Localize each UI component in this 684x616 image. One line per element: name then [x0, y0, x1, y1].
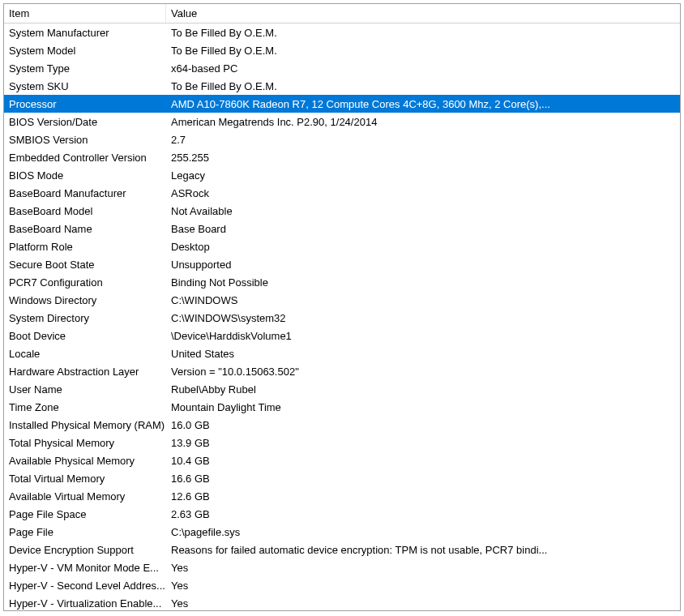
row-value-label: United States	[166, 344, 680, 362]
row-value-label: ASRock	[166, 184, 680, 202]
row-item-label: Hyper-V - VM Monitor Mode E...	[4, 558, 166, 576]
row-value-label: Unsupported	[166, 255, 680, 273]
table-row[interactable]: BaseBoard ModelNot Available	[4, 202, 680, 220]
row-item-label: System Directory	[4, 309, 166, 327]
row-value-label: Legacy	[166, 166, 680, 184]
row-value-label: To Be Filled By O.E.M.	[166, 41, 680, 59]
row-value-label: \Device\HarddiskVolume1	[166, 327, 680, 344]
table-row[interactable]: Installed Physical Memory (RAM)16.0 GB	[4, 416, 680, 434]
table-row[interactable]: System ModelTo Be Filled By O.E.M.	[4, 41, 680, 59]
row-item-label: Windows Directory	[4, 291, 166, 309]
row-value-label: Yes	[166, 576, 680, 594]
table-row[interactable]: System DirectoryC:\WINDOWS\system32	[4, 309, 680, 327]
row-value-label: American Megatrends Inc. P2.90, 1/24/201…	[166, 113, 680, 130]
table-row[interactable]: BIOS ModeLegacy	[4, 166, 680, 184]
row-item-label: System Type	[4, 59, 166, 77]
table-row[interactable]: Page FileC:\pagefile.sys	[4, 523, 680, 541]
row-value-label: C:\WINDOWS\system32	[166, 309, 680, 327]
row-value-label: Rubel\Abby Rubel	[166, 380, 680, 398]
row-item-label: BaseBoard Model	[4, 202, 166, 220]
table-row[interactable]: LocaleUnited States	[4, 344, 680, 362]
table-row[interactable]: System SKUTo Be Filled By O.E.M.	[4, 77, 680, 95]
row-item-label: System SKU	[4, 77, 166, 95]
table-row[interactable]: BaseBoard ManufacturerASRock	[4, 184, 680, 202]
table-row[interactable]: ProcessorAMD A10-7860K Radeon R7, 12 Com…	[4, 95, 680, 113]
row-item-label: Hyper-V - Second Level Addres...	[4, 576, 166, 594]
row-value-label: To Be Filled By O.E.M.	[166, 77, 680, 95]
table-row[interactable]: Hyper-V - Second Level Addres...Yes	[4, 576, 680, 594]
row-item-label: Processor	[4, 95, 166, 113]
table-row[interactable]: Time ZoneMountain Daylight Time	[4, 398, 680, 416]
row-item-label: Available Virtual Memory	[4, 487, 166, 505]
row-value-label: Base Board	[166, 220, 680, 237]
table-row[interactable]: System ManufacturerTo Be Filled By O.E.M…	[4, 24, 680, 41]
row-value-label: Mountain Daylight Time	[166, 398, 680, 416]
row-value-label: AMD A10-7860K Radeon R7, 12 Compute Core…	[166, 95, 680, 113]
row-value-label: Version = "10.0.15063.502"	[166, 362, 680, 380]
column-header-item[interactable]: Item	[4, 4, 166, 23]
row-item-label: BIOS Version/Date	[4, 113, 166, 130]
table-row[interactable]: User NameRubel\Abby Rubel	[4, 380, 680, 398]
table-row[interactable]: Platform RoleDesktop	[4, 237, 680, 255]
table-row[interactable]: Hyper-V - VM Monitor Mode E...Yes	[4, 558, 680, 576]
row-value-label: Binding Not Possible	[166, 273, 680, 291]
row-item-label: Hardware Abstraction Layer	[4, 362, 166, 380]
row-value-label: x64-based PC	[166, 59, 680, 77]
row-item-label: BaseBoard Name	[4, 220, 166, 237]
row-item-label: Boot Device	[4, 327, 166, 344]
table-row[interactable]: PCR7 ConfigurationBinding Not Possible	[4, 273, 680, 291]
row-item-label: Available Physical Memory	[4, 451, 166, 469]
row-item-label: Locale	[4, 344, 166, 362]
row-item-label: Embedded Controller Version	[4, 148, 166, 166]
row-item-label: Time Zone	[4, 398, 166, 416]
table-row[interactable]: Device Encryption SupportReasons for fai…	[4, 541, 680, 558]
system-info-panel: Item Value System ManufacturerTo Be Fill…	[3, 3, 681, 611]
row-value-label: Yes	[166, 558, 680, 576]
table-row[interactable]: Windows DirectoryC:\WINDOWS	[4, 291, 680, 309]
rows-container: System ManufacturerTo Be Filled By O.E.M…	[4, 24, 680, 611]
table-row[interactable]: Hyper-V - Virtualization Enable...Yes	[4, 594, 680, 611]
row-value-label: 10.4 GB	[166, 451, 680, 469]
column-header-value[interactable]: Value	[166, 4, 680, 23]
table-row[interactable]: Embedded Controller Version255.255	[4, 148, 680, 166]
row-value-label: C:\WINDOWS	[166, 291, 680, 309]
table-row[interactable]: BIOS Version/DateAmerican Megatrends Inc…	[4, 113, 680, 130]
table-row[interactable]: Available Virtual Memory12.6 GB	[4, 487, 680, 505]
column-header-row: Item Value	[4, 4, 680, 24]
row-value-label: 2.63 GB	[166, 505, 680, 523]
row-value-label: 16.6 GB	[166, 469, 680, 487]
row-item-label: Device Encryption Support	[4, 541, 166, 558]
row-value-label: 12.6 GB	[166, 487, 680, 505]
row-item-label: Total Physical Memory	[4, 434, 166, 451]
row-value-label: Reasons for failed automatic device encr…	[166, 541, 680, 558]
table-row[interactable]: Total Virtual Memory16.6 GB	[4, 469, 680, 487]
row-value-label: 13.9 GB	[166, 434, 680, 451]
table-row[interactable]: SMBIOS Version2.7	[4, 130, 680, 148]
table-row[interactable]: Hardware Abstraction LayerVersion = "10.…	[4, 362, 680, 380]
row-value-label: Yes	[166, 594, 680, 611]
row-value-label: 16.0 GB	[166, 416, 680, 434]
row-value-label: To Be Filled By O.E.M.	[166, 24, 680, 41]
table-row[interactable]: System Typex64-based PC	[4, 59, 680, 77]
row-value-label: 2.7	[166, 130, 680, 148]
row-item-label: PCR7 Configuration	[4, 273, 166, 291]
row-item-label: Hyper-V - Virtualization Enable...	[4, 594, 166, 611]
table-row[interactable]: Secure Boot StateUnsupported	[4, 255, 680, 273]
row-value-label: Not Available	[166, 202, 680, 220]
row-value-label: Desktop	[166, 237, 680, 255]
row-item-label: Platform Role	[4, 237, 166, 255]
row-item-label: System Model	[4, 41, 166, 59]
table-row[interactable]: Boot Device\Device\HarddiskVolume1	[4, 327, 680, 344]
row-item-label: BaseBoard Manufacturer	[4, 184, 166, 202]
row-item-label: Secure Boot State	[4, 255, 166, 273]
table-row[interactable]: Available Physical Memory10.4 GB	[4, 451, 680, 469]
table-row[interactable]: Page File Space2.63 GB	[4, 505, 680, 523]
table-row[interactable]: BaseBoard NameBase Board	[4, 220, 680, 237]
table-row[interactable]: Total Physical Memory13.9 GB	[4, 434, 680, 451]
row-item-label: Total Virtual Memory	[4, 469, 166, 487]
row-value-label: 255.255	[166, 148, 680, 166]
row-item-label: Installed Physical Memory (RAM)	[4, 416, 166, 434]
row-item-label: BIOS Mode	[4, 166, 166, 184]
row-item-label: User Name	[4, 380, 166, 398]
row-item-label: SMBIOS Version	[4, 130, 166, 148]
